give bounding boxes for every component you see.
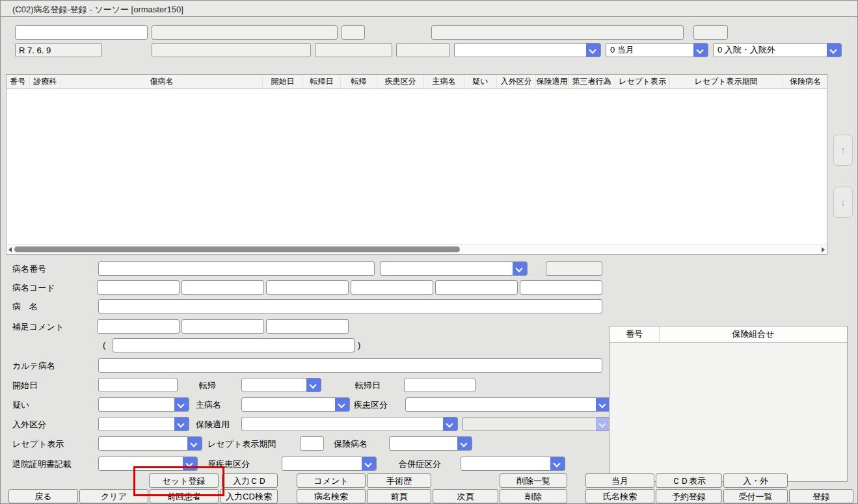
disease-category-select[interactable] — [405, 397, 611, 412]
disease-number-select[interactable] — [380, 261, 528, 276]
outcome-date-input[interactable] — [404, 378, 476, 392]
disease-code-input-4[interactable] — [351, 280, 433, 295]
chevron-down-icon[interactable] — [443, 418, 457, 431]
next-page-button[interactable]: 次頁 — [433, 489, 498, 503]
receipt-display-select-value[interactable] — [99, 437, 187, 450]
disease-category-select-value[interactable] — [406, 398, 596, 411]
outcome-select-value[interactable] — [242, 378, 306, 391]
previous-patient-button[interactable]: 前回患者 — [150, 489, 219, 503]
outcome-select[interactable] — [241, 378, 321, 392]
insurance-apply-select[interactable] — [241, 417, 458, 431]
delete-list-button[interactable]: 削除一覧 — [500, 473, 567, 488]
delete-button[interactable]: 削除 — [500, 489, 567, 503]
primary-disease-select[interactable] — [282, 457, 377, 471]
current-month-button[interactable]: 当月 — [585, 473, 654, 488]
scrollbar-left-arrow-icon[interactable] — [8, 247, 12, 252]
discharge-certificate-select-value[interactable] — [99, 457, 183, 470]
main-disease-select[interactable] — [241, 397, 350, 412]
input-cd-search-button[interactable]: 入力CD検索 — [220, 489, 278, 503]
suspected-select[interactable] — [98, 397, 189, 412]
paren-open-label: ( — [103, 340, 105, 350]
disease-search-button[interactable]: 病名検索 — [297, 489, 366, 503]
insurance-disease-select-value[interactable] — [390, 437, 457, 450]
comment-paren-input[interactable] — [113, 338, 355, 352]
complication-select[interactable] — [461, 457, 565, 471]
outcome-label: 転帰 — [199, 380, 216, 391]
primary-disease-select-value[interactable] — [282, 457, 362, 470]
scrollbar-right-arrow-icon[interactable] — [822, 247, 825, 252]
chevron-down-icon[interactable] — [457, 437, 472, 450]
chevron-down-icon[interactable] — [174, 398, 189, 411]
supplement-comment-input-1[interactable] — [97, 319, 180, 334]
insurance-apply-select-value[interactable] — [242, 418, 443, 431]
scroll-up-button[interactable]: ↑ — [833, 135, 853, 166]
chevron-down-icon[interactable] — [596, 398, 610, 411]
surgery-history-button[interactable]: 手術歴 — [367, 473, 431, 488]
start-date-input[interactable] — [98, 378, 178, 392]
chevron-down-icon[interactable] — [306, 378, 321, 391]
chevron-down-icon[interactable] — [335, 398, 349, 411]
chevron-down-icon[interactable] — [827, 44, 841, 57]
chevron-down-icon[interactable] — [362, 457, 376, 470]
current-date-field[interactable] — [15, 43, 102, 57]
disease-code-input-1[interactable] — [97, 280, 180, 295]
chevron-down-icon[interactable] — [183, 457, 197, 470]
col-start-date: 開始日 — [263, 75, 303, 88]
insurance-panel-header: 番号 保険組合せ — [610, 326, 847, 343]
inout-filter-select[interactable]: 0 入院・入院外 — [713, 43, 842, 57]
suspected-select-value[interactable] — [99, 398, 174, 411]
misc-display — [396, 43, 450, 57]
discharge-certificate-select[interactable] — [98, 457, 198, 471]
receipt-period-input[interactable] — [300, 436, 324, 451]
disease-code-input-2[interactable] — [181, 280, 264, 295]
prev-page-button[interactable]: 前頁 — [367, 489, 431, 503]
scrollbar-thumb[interactable] — [14, 246, 460, 252]
col-outcome: 転帰 — [341, 75, 377, 88]
inout-filter-value[interactable]: 0 入院・入院外 — [714, 44, 827, 57]
cd-display-button[interactable]: ＣＤ表示 — [656, 473, 722, 488]
patient-age-display — [693, 25, 728, 40]
scroll-down-button[interactable]: ↓ — [833, 187, 853, 218]
supplement-comment-input-3[interactable] — [266, 319, 349, 334]
input-cd-button[interactable]: 入力ＣＤ — [222, 473, 278, 488]
horizontal-scrollbar[interactable] — [7, 244, 827, 254]
reception-list-button[interactable]: 受付一覧 — [723, 489, 788, 503]
chevron-down-icon[interactable] — [586, 44, 600, 57]
complication-select-value[interactable] — [461, 457, 550, 470]
supplement-comment-input-2[interactable] — [181, 319, 264, 334]
chevron-down-icon[interactable] — [513, 262, 527, 275]
disease-code-input-5[interactable] — [435, 280, 518, 295]
disease-code-input-3[interactable] — [266, 280, 349, 295]
inout-category-select[interactable] — [98, 417, 189, 431]
insurance-disease-select[interactable] — [389, 436, 472, 451]
month-filter-value[interactable]: 0 当月 — [606, 44, 693, 57]
insurance-combination-value[interactable] — [455, 44, 586, 57]
chevron-down-icon[interactable] — [174, 418, 189, 431]
month-filter-select[interactable]: 0 当月 — [606, 43, 708, 57]
set-registration-button[interactable]: セット登録 — [149, 473, 219, 488]
inout-button[interactable]: 入・外 — [723, 473, 788, 488]
disease-code-input-6[interactable] — [520, 280, 602, 295]
patient-kana-display — [152, 25, 338, 40]
register-button[interactable]: 登録 — [789, 489, 853, 503]
receipt-display-label: レセプト表示 — [12, 438, 64, 450]
patient-number-input[interactable] — [15, 25, 148, 40]
insurance-combination-select[interactable] — [454, 43, 601, 57]
chevron-down-icon[interactable] — [550, 457, 565, 470]
back-button[interactable]: 戻る — [8, 489, 78, 503]
inout-category-select-value[interactable] — [99, 418, 174, 431]
disease-number-input[interactable] — [98, 261, 375, 276]
chevron-down-icon[interactable] — [187, 437, 202, 450]
name-search-button[interactable]: 氏名検索 — [585, 489, 654, 503]
karte-disease-name-input[interactable] — [98, 358, 602, 373]
receipt-display-select[interactable] — [98, 436, 202, 451]
comment-button[interactable]: コメント — [297, 473, 366, 488]
col-department: 診療科 — [30, 75, 61, 88]
disease-number-select-value[interactable] — [381, 262, 513, 275]
chevron-down-icon[interactable] — [693, 44, 708, 57]
clear-button[interactable]: クリア — [79, 489, 148, 503]
main-disease-select-value[interactable] — [242, 398, 335, 411]
reservation-button[interactable]: 予約登録 — [656, 489, 722, 503]
col-third-party: 第三者行為 — [569, 75, 615, 88]
disease-name-input[interactable] — [98, 299, 602, 313]
